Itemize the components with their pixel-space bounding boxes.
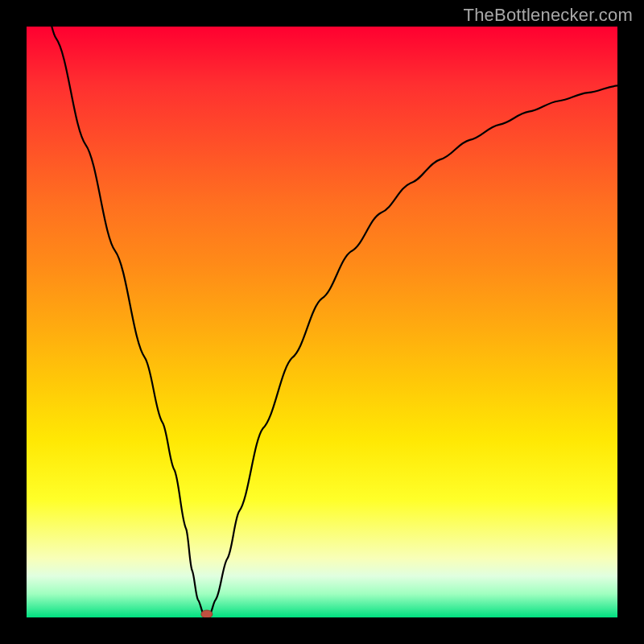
bottleneck-curve [27,27,617,614]
watermark-text: TheBottlenecker.com [464,5,633,26]
curve-layer [27,27,617,617]
chart-frame: TheBottlenecker.com [0,0,644,644]
optimal-point-marker [201,610,213,617]
plot-area [27,27,617,617]
